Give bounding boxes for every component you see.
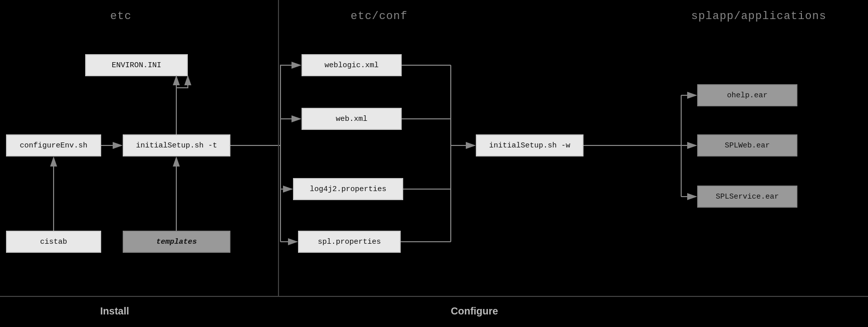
etc-section-label: etc bbox=[110, 10, 132, 23]
initial-setup-t-box: initialSetup.sh -t bbox=[123, 134, 230, 156]
diagram-container: etc etc/conf splapp/applications ENVIRON… bbox=[0, 0, 868, 327]
bottom-divider bbox=[0, 296, 868, 297]
splservice-ear-box: SPLService.ear bbox=[697, 186, 797, 208]
splapp-section-label: splapp/applications bbox=[691, 10, 826, 23]
ohelp-ear-box: ohelp.ear bbox=[697, 84, 797, 106]
section-divider-1 bbox=[278, 0, 279, 296]
arrows-svg bbox=[0, 0, 868, 327]
cistab-box: cistab bbox=[6, 231, 101, 253]
templates-box: templates bbox=[123, 231, 230, 253]
initial-setup-w-box: initialSetup.sh -w bbox=[476, 134, 584, 156]
configure-label: Configure bbox=[451, 305, 498, 317]
splweb-ear-box: SPLWeb.ear bbox=[697, 134, 797, 156]
environ-ini-box: ENVIRON.INI bbox=[85, 54, 188, 76]
configure-env-box: configureEnv.sh bbox=[6, 134, 101, 156]
spl-props-box: spl.properties bbox=[298, 231, 401, 253]
install-label: Install bbox=[100, 305, 129, 317]
web-xml-box: web.xml bbox=[302, 108, 402, 130]
log4j2-props-box: log4j2.properties bbox=[293, 178, 403, 200]
etc-conf-section-label: etc/conf bbox=[351, 10, 408, 23]
weblogic-xml-box: weblogic.xml bbox=[302, 54, 402, 76]
